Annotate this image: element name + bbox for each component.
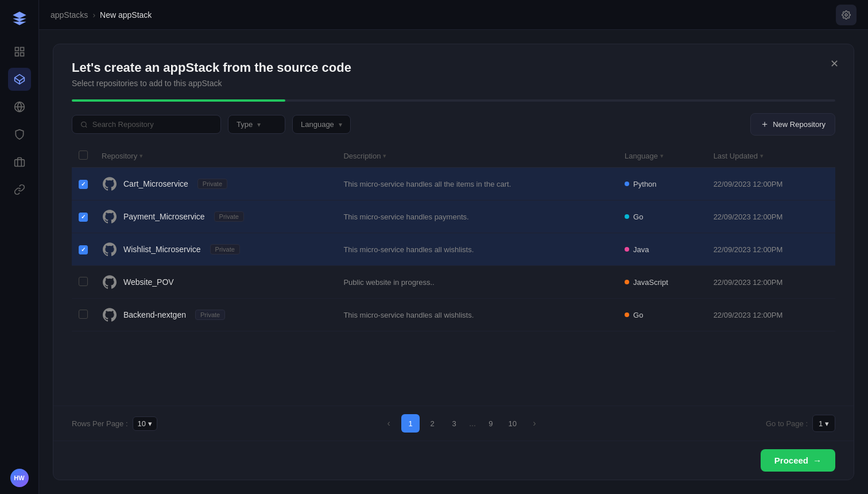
svg-rect-3 <box>20 53 24 56</box>
github-icon <box>102 274 118 290</box>
goto-page-input[interactable]: 1 ▾ <box>812 415 835 432</box>
repo-description-cell: Public website in progress.. <box>336 266 618 299</box>
proceed-button[interactable]: Proceed → <box>761 449 835 472</box>
proceed-label: Proceed <box>774 456 808 465</box>
table-row[interactable]: Website_POV Public website in progress..… <box>72 266 835 299</box>
search-icon <box>80 121 88 129</box>
rows-per-page-select[interactable]: 10 ▾ <box>133 416 157 431</box>
sidebar-item-security[interactable] <box>8 123 31 146</box>
row-checkbox[interactable] <box>79 245 88 254</box>
github-icon <box>102 241 118 257</box>
repository-header-label: Repository <box>102 152 137 160</box>
close-button[interactable]: ✕ <box>826 56 842 72</box>
row-checkbox-cell <box>72 168 95 200</box>
type-filter[interactable]: Type ▾ <box>228 115 285 134</box>
language-dot <box>625 247 629 252</box>
page-1-button[interactable]: 1 <box>401 414 420 433</box>
progress-bar-fill <box>72 99 285 102</box>
github-icon <box>102 176 118 192</box>
repo-name-label: Website_POV <box>123 277 174 287</box>
row-checkbox-cell <box>72 233 95 266</box>
sidebar-item-dashboard[interactable] <box>8 40 31 63</box>
language-name: Java <box>633 245 649 254</box>
svg-point-10 <box>82 122 86 126</box>
breadcrumb-root[interactable]: appStacks <box>51 10 88 20</box>
sidebar-item-appstacks[interactable] <box>8 68 31 91</box>
repo-language-cell: JavaScript <box>618 266 707 299</box>
description-header-label: Description <box>343 152 381 160</box>
language-name: JavaScript <box>633 278 668 287</box>
type-label: Type <box>237 120 253 129</box>
modal-wrapper: ✕ Let's create an appStack from the sour… <box>39 30 868 494</box>
repo-date-cell: 22/09/2023 12:00PM <box>707 200 835 233</box>
proceed-wrap: Proceed → <box>53 441 854 480</box>
rows-per-page: Rows Per Page : 10 ▾ <box>72 416 157 431</box>
pagination-dots: ... <box>467 419 478 428</box>
repository-column-header: Repository ▾ <box>95 145 336 168</box>
description-sort-icon[interactable]: ▾ <box>383 152 386 160</box>
row-checkbox[interactable] <box>79 277 88 286</box>
repo-name-cell: Backend-nextgen Private <box>95 299 336 331</box>
repository-sort-icon[interactable]: ▾ <box>140 152 143 160</box>
breadcrumb: appStacks › New appStack <box>51 10 152 20</box>
modal: ✕ Let's create an appStack from the sour… <box>53 44 854 480</box>
progress-bar-container <box>72 99 835 102</box>
repo-date-cell: 22/09/2023 12:00PM <box>707 266 835 299</box>
repo-name-cell: Website_POV <box>95 266 336 299</box>
table-footer: Rows Per Page : 10 ▾ ‹ 1 2 3 ... 9 10 › <box>53 406 854 441</box>
table-row[interactable]: Cart_Microservice Private This micro-ser… <box>72 168 835 200</box>
table-row[interactable]: Backend-nextgen Private This micro-servi… <box>72 299 835 331</box>
type-chevron-icon: ▾ <box>257 121 261 129</box>
row-checkbox-cell <box>72 200 95 233</box>
language-filter[interactable]: Language ▾ <box>292 115 351 134</box>
svg-rect-0 <box>15 48 18 51</box>
page-2-button[interactable]: 2 <box>423 414 441 433</box>
sidebar-item-billing[interactable] <box>8 150 31 173</box>
search-input-wrap[interactable] <box>72 115 221 134</box>
next-page-button[interactable]: › <box>525 414 544 433</box>
select-all-header <box>72 145 95 168</box>
sidebar-item-integrations[interactable] <box>8 178 31 201</box>
row-checkbox[interactable] <box>79 180 88 189</box>
table-row[interactable]: Wishlist_Microservice Private This micro… <box>72 233 835 266</box>
svg-line-11 <box>86 126 87 127</box>
avatar[interactable]: HW <box>10 469 29 487</box>
app-logo <box>8 7 31 30</box>
language-sort-icon[interactable]: ▾ <box>660 152 664 160</box>
top-nav: appStacks › New appStack <box>39 0 868 30</box>
search-input[interactable] <box>92 120 212 129</box>
last-updated-sort-icon[interactable]: ▾ <box>760 152 764 160</box>
goto-page-label: Go to Page : <box>766 419 808 428</box>
page-9-button[interactable]: 9 <box>482 414 500 433</box>
row-checkbox[interactable] <box>79 310 88 319</box>
svg-rect-1 <box>20 48 24 51</box>
language-name: Go <box>633 311 643 319</box>
settings-button[interactable] <box>836 5 857 25</box>
rows-per-page-chevron-icon: ▾ <box>148 419 152 428</box>
prev-page-button[interactable]: ‹ <box>379 414 398 433</box>
repo-badge: Private <box>214 211 244 222</box>
sidebar-item-environments[interactable] <box>8 95 31 118</box>
language-dot <box>625 280 629 284</box>
modal-subtitle: Select repositories to add to this appSt… <box>72 79 835 88</box>
table-row[interactable]: Payment_Microservice Private This micro-… <box>72 200 835 233</box>
svg-point-9 <box>845 14 847 16</box>
goto-page-chevron-icon: ▾ <box>825 419 829 428</box>
repo-name-cell: Payment_Microservice Private <box>95 200 336 233</box>
github-icon <box>102 209 118 225</box>
new-repo-label: New Repository <box>773 120 826 129</box>
repo-language-cell: Go <box>618 299 707 331</box>
page-3-button[interactable]: 3 <box>445 414 463 433</box>
repo-description-cell: This micro-service handles payments. <box>336 200 618 233</box>
modal-title: Let's create an appStack from the source… <box>72 60 835 75</box>
select-all-checkbox[interactable] <box>79 150 88 160</box>
rows-per-page-value: 10 <box>138 419 146 428</box>
last-updated-column-header: Last Updated ▾ <box>707 145 835 168</box>
new-repository-button[interactable]: ＋ New Repository <box>750 113 835 136</box>
page-10-button[interactable]: 10 <box>503 414 522 433</box>
description-column-header: Description ▾ <box>336 145 618 168</box>
breadcrumb-current: New appStack <box>100 10 152 20</box>
modal-header: Let's create an appStack from the source… <box>53 44 854 99</box>
row-checkbox[interactable] <box>79 213 88 222</box>
repo-badge: Private <box>210 244 240 254</box>
